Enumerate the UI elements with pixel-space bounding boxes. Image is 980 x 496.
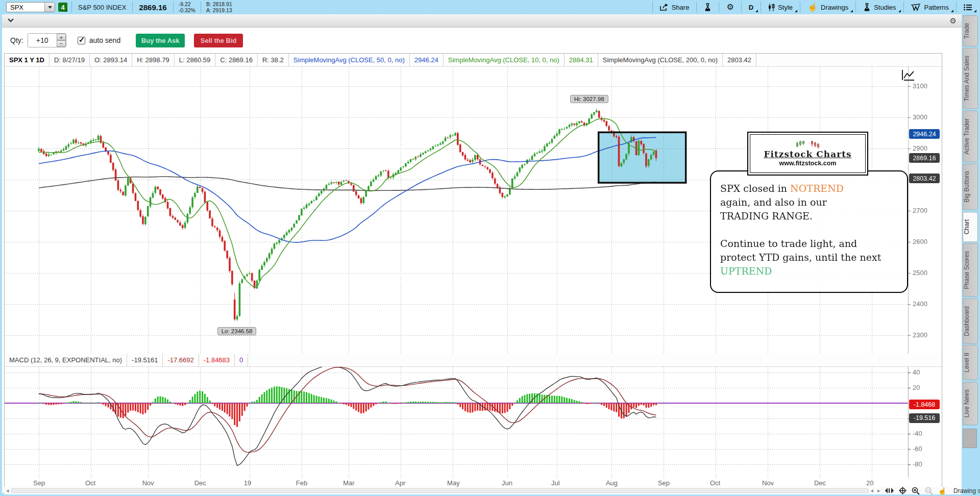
divider xyxy=(719,2,719,13)
studies-dropdown[interactable]: Studies xyxy=(857,0,902,14)
divider xyxy=(903,2,904,13)
step-forward-icon[interactable]: ▸ xyxy=(877,487,880,494)
chart-high: H: 2898.79 xyxy=(132,54,175,66)
macd-diff-axis-badge: -1.8468 xyxy=(909,400,940,409)
notrend-highlight: NOTREND xyxy=(790,183,844,194)
trading-platform-window: SPX 4 S&P 500 INDEX 2869.16 -9.22 -0.32%… xyxy=(0,0,980,496)
top-toolbar: SPX 4 S&P 500 INDEX 2869.16 -9.22 -0.32%… xyxy=(2,0,978,14)
analysis-flask-button[interactable] xyxy=(698,0,718,14)
sell-bid-button[interactable]: Sell the Bid xyxy=(194,34,243,47)
quantity-stepper[interactable]: +10 ＋ − xyxy=(28,33,66,47)
flask-icon xyxy=(863,3,871,11)
style-dropdown[interactable]: Style xyxy=(762,0,799,14)
divider xyxy=(741,2,742,13)
time-axis-label: Sep xyxy=(658,479,670,487)
logo-candles-icon xyxy=(796,140,820,148)
chart-scrollbar[interactable] xyxy=(11,488,869,493)
divider xyxy=(855,2,856,13)
dropdown-corner-icon xyxy=(974,10,976,12)
fitzstock-logo-inner: Fitzstock Charts www.fitzstock.com xyxy=(750,134,866,173)
divider xyxy=(652,2,653,13)
sidebar-tab-active-trader[interactable]: Active Trader xyxy=(963,111,978,162)
change-block: -9.22 -0.32% xyxy=(175,1,200,13)
sidebar-scrollbar-thumb[interactable] xyxy=(963,429,977,448)
qty-value[interactable]: +10 xyxy=(28,36,57,44)
trade-note-annotation: SPX closed in NOTREND again, and also in… xyxy=(710,170,908,293)
symbol-dropdown[interactable]: SPX xyxy=(6,2,55,12)
sma200-study-label[interactable]: SimpleMovingAvg (CLOSE, 200, 0, no) xyxy=(598,54,723,66)
step-back-icon[interactable]: ◂ xyxy=(871,487,874,494)
auto-send-checkbox[interactable] xyxy=(78,37,85,44)
settings-button[interactable]: ⚙ xyxy=(720,0,740,14)
divider xyxy=(71,2,72,13)
hand-cursor-icon[interactable]: ☝ xyxy=(938,487,947,495)
interval-dropdown[interactable]: D xyxy=(743,0,760,14)
share-button[interactable]: Share xyxy=(654,0,696,14)
chart-menu-button[interactable] xyxy=(958,0,978,14)
symbol-value: SPX xyxy=(7,4,44,11)
share-icon xyxy=(660,4,669,11)
gear-icon[interactable]: ⚙ xyxy=(950,16,957,26)
drawings-dropdown[interactable]: ☝ Drawings xyxy=(801,0,854,14)
sma50-axis-badge: 2946.24 xyxy=(909,129,940,139)
fitzstock-url: www.fitzstock.com xyxy=(779,160,836,167)
uptrend-highlight: UPTREND xyxy=(720,264,898,278)
sidebar-tab-phase-scores[interactable]: Phase Scores xyxy=(963,243,978,297)
last-price-axis-badge: 2869.16 xyxy=(909,153,940,163)
fitzstock-title: Fitzstock Charts xyxy=(764,149,851,159)
high-marker-badge: Hi: 3027.98 xyxy=(570,95,608,103)
sma10-study-value: 2884.31 xyxy=(565,54,598,66)
price-chart-header: SPX 1 Y 1D D: 8/27/19 O: 2893.14 H: 2898… xyxy=(5,54,942,67)
share-label: Share xyxy=(672,4,690,11)
sidebar-tab-dashboard[interactable]: Dashboard xyxy=(963,299,978,344)
price-pane[interactable]: Hi: 3027.98 Lo: 2346.58 2946.24 2869.16 … xyxy=(5,67,942,354)
sidebar-tab-level-ii[interactable]: Level II xyxy=(963,345,978,380)
patterns-label: Patterns xyxy=(924,4,949,11)
time-axis-label: Oct xyxy=(710,479,720,487)
sidebar-tab-times-and-sales[interactable]: Times And Sales xyxy=(963,48,978,109)
sidebar-tab-big-buttons[interactable]: Big Buttons xyxy=(963,163,978,210)
divider xyxy=(800,2,800,13)
interval-label: D xyxy=(749,4,753,11)
time-axis-label: 20 xyxy=(866,479,873,487)
time-axis-label: Feb xyxy=(296,479,307,487)
macd-diff: -1.84683 xyxy=(199,354,235,366)
zoom-in-icon[interactable] xyxy=(912,487,920,495)
sma50-study-value: 2946.24 xyxy=(410,54,444,66)
note-text: SPX closed in xyxy=(720,183,790,194)
patterns-dropdown[interactable]: Patterns xyxy=(905,0,955,14)
gear-icon: ⚙ xyxy=(726,3,733,11)
line-chart-toggle-icon[interactable] xyxy=(901,69,915,81)
note-text: protect YTD gains, until the next xyxy=(720,251,898,264)
macd-avg: -17.6692 xyxy=(163,354,199,366)
sidebar-tab-chart[interactable]: Chart xyxy=(963,212,978,242)
divider xyxy=(173,2,174,13)
qty-label: Qty: xyxy=(10,36,23,44)
decrement-button[interactable]: − xyxy=(57,40,66,47)
time-axis-label: May xyxy=(447,479,460,487)
macd-study-label[interactable]: MACD (12, 26, 9, EXPONENTIAL, no) xyxy=(5,354,127,366)
sma50-study-label[interactable]: SimpleMovingAvg (CLOSE, 50, 0, no) xyxy=(289,54,410,66)
pan-mode-icon[interactable] xyxy=(885,488,894,493)
low-marker-badge: Lo: 2346.58 xyxy=(217,327,257,335)
macd-pane[interactable]: -1.8468 -19.516 xyxy=(5,367,942,478)
zoom-out-icon[interactable] xyxy=(925,487,933,495)
time-axis-label: Aug xyxy=(606,479,618,487)
badge-fold-icon xyxy=(65,9,67,12)
sidebar-tab-trade[interactable]: Trade xyxy=(963,15,978,46)
macd-value-axis-badge: -19.516 xyxy=(909,413,940,423)
last-price: 2869.16 xyxy=(134,3,172,12)
divider xyxy=(956,2,957,13)
right-sidebar-tabs: Trade Times And Sales Active Trader Big … xyxy=(963,15,978,492)
crosshair-icon[interactable] xyxy=(899,487,906,494)
scroll-left-icon[interactable]: ◂ xyxy=(6,487,9,494)
sidebar-tab-live-news[interactable]: Live News xyxy=(963,382,978,425)
increment-button[interactable]: ＋ xyxy=(57,34,66,40)
buy-ask-button[interactable]: Buy the Ask xyxy=(136,34,185,47)
macd-chart-canvas[interactable] xyxy=(5,367,942,478)
sma10-study-label[interactable]: SimpleMovingAvg (CLOSE, 10, 0, no) xyxy=(444,54,565,66)
symbol-dropdown-button[interactable] xyxy=(44,3,55,12)
chevron-down-icon[interactable] xyxy=(7,18,14,23)
chart-bottom-bar: ◂ ◂ ▸ ☝ Drawing set: Default xyxy=(4,487,962,494)
link-group-badge[interactable]: 4 xyxy=(58,3,67,12)
